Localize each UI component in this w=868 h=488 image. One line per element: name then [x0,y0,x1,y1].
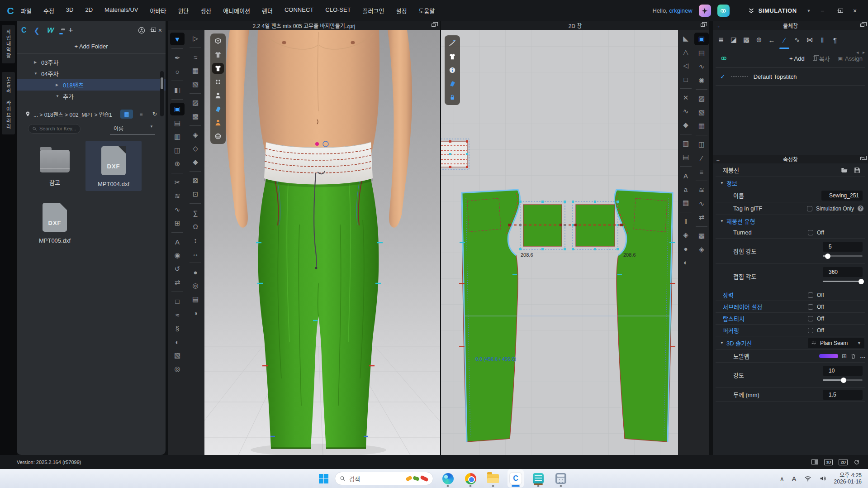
fold-arrange-tool[interactable]: ▨ [695,93,708,105]
horizontal-tool[interactable]: ↔ [189,248,202,259]
tree-expand-icon[interactable]: ▼ [34,72,41,76]
transform-pattern-tool[interactable]: ◣ [679,33,693,44]
multi-sew-tool[interactable]: ▥ [171,131,184,143]
assign-button[interactable]: ▣Assign [838,55,863,62]
add-point-tool[interactable]: □ [679,73,693,85]
w-library-tab-icon[interactable]: W [46,26,55,34]
sublayer-checkbox[interactable] [808,304,813,310]
closet-tab-icon[interactable]: ❮ [34,26,40,35]
edit-pattern-tool[interactable]: △ [679,46,693,58]
texture-grid-icon[interactable]: ⊞ [842,353,847,359]
dot-tool[interactable]: ● [189,266,202,278]
pin-garment-icon[interactable] [212,49,224,60]
fabric-icon[interactable] [212,104,224,115]
file-tile[interactable]: DXF MPT005.dxf [27,197,83,248]
menu-item[interactable]: CONNECT [285,6,313,15]
stats-tool[interactable]: ∑ [189,207,202,219]
trim-tab-icon[interactable]: ¶ [829,33,841,46]
tension-checkbox[interactable] [808,292,813,298]
elastic-tool[interactable]: ∿ [171,204,184,215]
arrow-tab-icon[interactable]: ← [765,33,778,46]
detect-sew-tool[interactable]: ◉ [695,74,708,86]
check-b-tool[interactable]: ⊡ [189,188,202,200]
segment-sew-tool[interactable]: ▣ [170,103,185,115]
walk-avatar-tool[interactable]: ▷ [189,33,202,44]
avatar-icon[interactable] [212,90,224,101]
tab-modular-library[interactable]: 모듈러 라이브러리 [2,72,15,134]
menu-item[interactable]: 원단 [178,6,189,15]
menu-item[interactable]: 설정 [396,6,407,15]
needle-icon[interactable] [446,38,458,48]
swap-tool[interactable]: ⇄ [171,277,184,288]
fold-tool[interactable]: ◐ [171,336,184,348]
wrinkle-tool[interactable]: ≈ [171,309,184,321]
search-input[interactable]: Search for Key... [28,124,81,134]
taskbar-chrome-icon[interactable] [462,469,479,488]
connect-hub-button[interactable] [717,5,730,17]
fit-avatar-tool[interactable]: ◫ [171,144,184,156]
taskbar-clo-icon[interactable]: C [508,469,524,488]
strength-slider[interactable] [823,379,863,381]
dart-tool[interactable]: ◆ [679,119,693,131]
menu-item[interactable]: Materials/UV [104,6,138,15]
mesh-tool[interactable]: ▤ [189,293,202,305]
tab-scroll-arrows[interactable]: ◂ ▸ [856,50,866,55]
pin-tool[interactable]: ⊕ [171,158,184,170]
vertical-tool[interactable]: ↕ [189,234,202,246]
ime-indicator[interactable]: A [792,475,797,483]
tab-work-history[interactable]: 작업내역창 [2,25,15,63]
stitch-tab-icon[interactable]: ∿ [791,33,803,46]
select-lasso-tool[interactable]: ○ [171,66,184,77]
fold-strength-slider[interactable] [823,255,863,257]
topstitch-list-item[interactable]: ✓ Default Topstitch [713,67,868,86]
trace-tool[interactable]: ✕ [679,92,693,104]
speaker-icon[interactable] [819,475,826,482]
menu-item[interactable]: 생산 [200,6,211,15]
segment-sew-2d-tool[interactable]: ▣ [694,33,709,45]
drape-a-tool[interactable]: ▦ [189,65,202,77]
notch-tool[interactable]: ▥ [679,138,693,149]
taskbar-search-input[interactable]: 검색 [335,472,433,485]
taskbar-edge-icon[interactable] [440,469,456,488]
menu-item[interactable]: 렌더 [262,6,273,15]
remove-all-tool[interactable]: ▩ [189,110,202,122]
move-garment-tool[interactable]: ◧ [171,84,184,96]
simulation-mode-select[interactable]: SIMULATION ▼ [748,7,811,14]
align-tool[interactable]: ≡ [695,166,708,177]
collapse-panel-icon[interactable]: → [716,23,721,29]
add-folder-button[interactable]: + Add Folder [17,39,166,54]
lock-pattern-icon[interactable] [446,92,458,103]
texture-tool[interactable]: ▩ [695,230,708,242]
clo-logo-icon[interactable]: C [0,5,21,16]
open-preset-icon[interactable] [841,167,848,174]
simulate-tool[interactable]: ▼ [170,33,185,45]
seam-type-dropdown[interactable]: Plain Seam ▼ [808,338,864,348]
view-2d-button[interactable]: 2D [839,459,848,465]
turned-checkbox[interactable] [808,230,813,235]
account-icon[interactable] [138,27,145,34]
topstitch-checkbox[interactable] [808,316,813,321]
add-button[interactable]: + Add [789,55,805,62]
wind-tool[interactable]: ≈ [189,51,202,63]
menu-item[interactable]: 플러그인 [363,6,384,15]
chevron-down-icon[interactable]: ▼ [807,9,811,13]
shirring-tool[interactable]: ≋ [695,184,708,196]
pattern-color-tool[interactable]: ▦ [695,120,708,132]
menu-item[interactable]: 도움말 [418,6,435,15]
tray-chevron-icon[interactable]: ∧ [780,475,784,482]
text-tool[interactable]: A [171,236,184,248]
tree-expand-icon[interactable]: ▶ [56,83,63,87]
compare-tool[interactable]: ◈ [679,229,693,241]
help-icon[interactable]: ? [858,206,863,211]
annotate-tool[interactable]: A [679,170,693,182]
collapse-panel-icon[interactable]: → [716,157,721,162]
tag-checkbox[interactable] [807,206,812,211]
menu-item[interactable]: 파일 [21,6,32,15]
zigzag-tool[interactable]: ∿ [695,198,708,210]
fold-angle-input[interactable]: 360 [823,267,863,277]
collapse-arrow[interactable]: ▼ [720,219,726,223]
trash-icon[interactable] [850,353,856,360]
avatar-pose-icon[interactable] [212,117,224,128]
view-3d-button[interactable]: 3D [824,459,833,465]
collapse-arrow[interactable]: ▼ [720,181,726,185]
